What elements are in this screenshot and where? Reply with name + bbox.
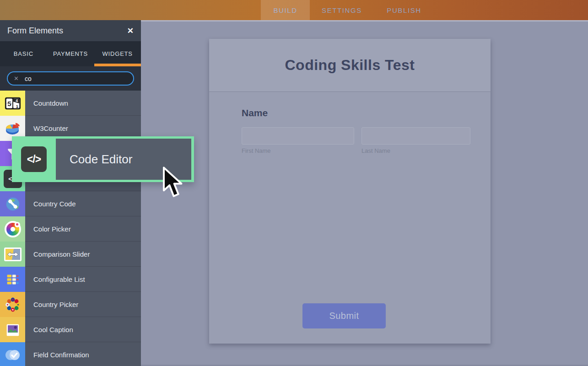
name-field-label: Name	[242, 108, 268, 118]
search-box[interactable]: ✕	[7, 71, 134, 86]
form-body: Name First Name Last Name Submit	[209, 92, 491, 344]
svg-text:4: 4	[16, 98, 18, 103]
captioned-image-icon	[0, 317, 25, 342]
form-header: Coding Skills Test	[209, 39, 491, 92]
list-item-color-picker[interactable]: Color Picker	[0, 216, 141, 242]
clear-search-icon[interactable]: ✕	[14, 75, 19, 81]
tab-settings[interactable]: SETTINGS	[316, 0, 368, 20]
overlap-check-icon	[0, 342, 25, 366]
list-item-country-code[interactable]: Country Code	[0, 191, 141, 216]
first-name-input[interactable]	[242, 127, 354, 145]
close-icon[interactable]: ✕	[127, 27, 134, 35]
form-title: Coding Skills Test	[285, 57, 415, 74]
code-editor-icon: </>	[21, 146, 47, 172]
form-elements-panel: Form Elements ✕ BASIC PAYMENTS WIDGETS ✕…	[0, 20, 141, 366]
list-item-field-confirmation[interactable]: Field Confirmation	[0, 342, 141, 366]
search-section: ✕	[0, 66, 141, 91]
search-input[interactable]	[24, 75, 117, 83]
color-wheel-icon	[0, 216, 25, 242]
last-name-sublabel: Last Name	[361, 147, 390, 154]
tab-basic[interactable]: BASIC	[0, 41, 47, 66]
last-name-input[interactable]	[361, 127, 470, 145]
list-item-comparison-slider[interactable]: Comparison Slider	[0, 242, 141, 267]
tab-publish[interactable]: PUBLISH	[378, 0, 430, 20]
list-item-country-picker[interactable]: Country Picker	[0, 292, 141, 317]
panel-title: Form Elements	[7, 26, 127, 36]
flags-ring-icon	[0, 292, 25, 317]
list-item-countdown[interactable]: 5 4 1 Countdown	[0, 91, 141, 116]
table-list-icon	[0, 267, 25, 292]
globe-phone-icon	[0, 191, 25, 216]
tab-widgets[interactable]: WIDGETS	[94, 41, 141, 66]
panel-tab-bar: BASIC PAYMENTS WIDGETS	[0, 41, 141, 66]
mouse-cursor-icon	[160, 166, 183, 197]
svg-text:1: 1	[16, 103, 18, 108]
list-item-cool-caption[interactable]: Cool Caption	[0, 317, 141, 342]
list-item-configurable-list[interactable]: Configurable List	[0, 267, 141, 292]
top-navigation-bar: BUILD SETTINGS PUBLISH	[0, 0, 588, 20]
image-compare-icon	[0, 242, 25, 267]
panel-header: Form Elements ✕	[0, 20, 141, 41]
widget-list: 5 4 1 Countdown W3Counter	[0, 91, 141, 366]
canvas-top-edge	[141, 20, 588, 22]
tab-payments[interactable]: PAYMENTS	[47, 41, 94, 66]
tab-build[interactable]: BUILD	[261, 0, 310, 20]
form-preview-card: Coding Skills Test Name First Name Last …	[209, 39, 491, 344]
countdown-flip-clock-icon: 5 4 1	[0, 91, 25, 116]
submit-button[interactable]: Submit	[302, 303, 386, 328]
first-name-sublabel: First Name	[242, 147, 271, 154]
